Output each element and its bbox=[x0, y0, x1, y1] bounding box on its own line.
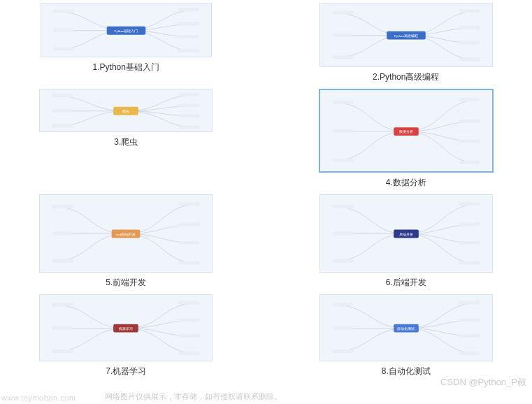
svg-rect-68 bbox=[459, 334, 480, 338]
svg-rect-6 bbox=[178, 49, 199, 52]
svg-rect-4 bbox=[178, 22, 199, 25]
svg-text:自动化测试: 自动化测试 bbox=[397, 326, 415, 331]
mindmap-thumbnail[interactable]: 爬虫 bbox=[39, 89, 213, 132]
svg-rect-14 bbox=[459, 41, 480, 45]
svg-rect-31 bbox=[459, 120, 480, 123]
mindmap-thumbnail[interactable]: 自动化测试 bbox=[319, 294, 493, 361]
svg-rect-61 bbox=[113, 324, 138, 333]
svg-rect-46 bbox=[332, 232, 353, 236]
svg-rect-67 bbox=[459, 318, 480, 322]
svg-rect-59 bbox=[179, 334, 200, 338]
thumbnail-cell: 爬虫 3.爬虫 bbox=[14, 89, 238, 189]
svg-rect-51 bbox=[459, 261, 480, 265]
thumbnail-caption: 3.爬虫 bbox=[114, 136, 138, 148]
svg-rect-19 bbox=[52, 109, 73, 113]
svg-rect-64 bbox=[332, 326, 353, 330]
thumbnail-cell: 机器学习 7.机器学习 bbox=[14, 294, 238, 377]
svg-rect-30 bbox=[459, 98, 480, 101]
mindmap-thumbnail[interactable]: 数据分析 bbox=[319, 89, 494, 173]
svg-rect-50 bbox=[459, 241, 480, 245]
thumbnail-cell: 数据分析 4.数据分析 bbox=[294, 89, 519, 189]
svg-rect-65 bbox=[332, 349, 353, 353]
thumbnail-cell: 后端开发 6.后端开发 bbox=[294, 194, 519, 289]
mindmap-thumbnail[interactable]: 机器学习 bbox=[39, 294, 213, 361]
svg-rect-70 bbox=[394, 324, 419, 333]
svg-rect-45 bbox=[332, 205, 353, 208]
svg-rect-2 bbox=[53, 48, 74, 51]
thumbnail-caption: 6.后端开发 bbox=[386, 277, 426, 289]
thumbnail-caption: 4.数据分析 bbox=[386, 177, 426, 189]
svg-rect-47 bbox=[332, 259, 353, 262]
svg-rect-22 bbox=[179, 103, 200, 107]
thumbnail-caption: 2.Python高级编程 bbox=[373, 71, 439, 83]
svg-rect-13 bbox=[459, 26, 480, 29]
thumbnail-cell: web前端开发 5.前端开发 bbox=[14, 194, 238, 289]
svg-rect-55 bbox=[52, 326, 73, 330]
svg-text:后端开发: 后端开发 bbox=[399, 232, 413, 236]
svg-text:爬虫: 爬虫 bbox=[122, 109, 129, 113]
svg-rect-9 bbox=[332, 11, 353, 15]
svg-rect-32 bbox=[459, 139, 480, 143]
svg-rect-20 bbox=[52, 124, 73, 127]
svg-rect-54 bbox=[52, 303, 73, 306]
svg-rect-37 bbox=[52, 232, 73, 236]
svg-rect-41 bbox=[179, 241, 200, 245]
svg-rect-16 bbox=[387, 31, 426, 40]
svg-rect-57 bbox=[179, 301, 200, 304]
svg-rect-58 bbox=[179, 318, 200, 322]
svg-rect-24 bbox=[179, 125, 200, 129]
svg-rect-5 bbox=[178, 35, 199, 38]
svg-text:web前端开发: web前端开发 bbox=[116, 232, 136, 236]
svg-rect-12 bbox=[459, 9, 480, 13]
svg-text:数据分析: 数据分析 bbox=[399, 129, 413, 134]
image-notice: 网络图片仅供展示，非存储，如有侵权请联系删除。 bbox=[105, 391, 282, 402]
svg-rect-28 bbox=[332, 129, 353, 133]
svg-rect-48 bbox=[459, 202, 480, 205]
svg-rect-23 bbox=[179, 114, 200, 117]
svg-rect-10 bbox=[332, 34, 353, 37]
svg-rect-42 bbox=[179, 261, 200, 265]
svg-rect-11 bbox=[332, 56, 353, 59]
svg-rect-1 bbox=[53, 29, 74, 32]
svg-rect-0 bbox=[53, 10, 74, 13]
thumbnail-cell: Python基础入门 1.Python基础入门 bbox=[14, 3, 238, 83]
svg-text:Python基础入门: Python基础入门 bbox=[114, 29, 138, 33]
mindmap-thumbnail[interactable]: Python基础入门 bbox=[41, 3, 212, 57]
thumbnail-cell: 自动化测试 8.自动化测试 bbox=[294, 294, 519, 377]
svg-rect-43 bbox=[112, 230, 141, 238]
svg-rect-18 bbox=[52, 94, 73, 97]
svg-rect-39 bbox=[179, 202, 200, 205]
svg-rect-56 bbox=[52, 349, 73, 353]
svg-rect-33 bbox=[459, 161, 480, 164]
svg-rect-60 bbox=[179, 352, 200, 355]
svg-rect-49 bbox=[459, 222, 480, 226]
thumbnail-grid: Python基础入门 1.Python基础入门 Python高级编程 2.Pyt… bbox=[0, 0, 532, 380]
svg-rect-52 bbox=[394, 230, 419, 238]
svg-rect-63 bbox=[332, 303, 353, 306]
svg-rect-3 bbox=[178, 8, 199, 11]
svg-rect-21 bbox=[179, 92, 200, 96]
svg-rect-69 bbox=[459, 352, 480, 355]
watermark-domain: www.toymoban.com bbox=[1, 394, 76, 402]
svg-text:Python高级编程: Python高级编程 bbox=[394, 34, 418, 38]
svg-rect-66 bbox=[459, 301, 480, 304]
thumbnail-caption: 1.Python基础入门 bbox=[93, 62, 159, 73]
mindmap-thumbnail[interactable]: 后端开发 bbox=[319, 194, 493, 273]
thumbnail-caption: 7.机器学习 bbox=[106, 366, 146, 377]
svg-rect-15 bbox=[459, 57, 480, 61]
svg-rect-7 bbox=[106, 27, 145, 35]
svg-rect-27 bbox=[332, 101, 353, 104]
mindmap-thumbnail[interactable]: web前端开发 bbox=[39, 194, 213, 273]
thumbnail-cell: Python高级编程 2.Python高级编程 bbox=[294, 3, 519, 83]
svg-rect-36 bbox=[52, 205, 73, 208]
svg-text:机器学习: 机器学习 bbox=[119, 326, 133, 331]
svg-rect-40 bbox=[179, 222, 200, 226]
thumbnail-caption: 8.自动化测试 bbox=[382, 366, 431, 377]
thumbnail-caption: 5.前端开发 bbox=[106, 277, 146, 289]
svg-rect-25 bbox=[113, 107, 138, 115]
svg-rect-29 bbox=[332, 158, 353, 161]
mindmap-thumbnail[interactable]: Python高级编程 bbox=[319, 3, 493, 67]
svg-rect-34 bbox=[394, 127, 418, 136]
watermark-csdn: CSDN @Python_P叔 bbox=[440, 376, 526, 389]
svg-rect-38 bbox=[52, 259, 73, 262]
